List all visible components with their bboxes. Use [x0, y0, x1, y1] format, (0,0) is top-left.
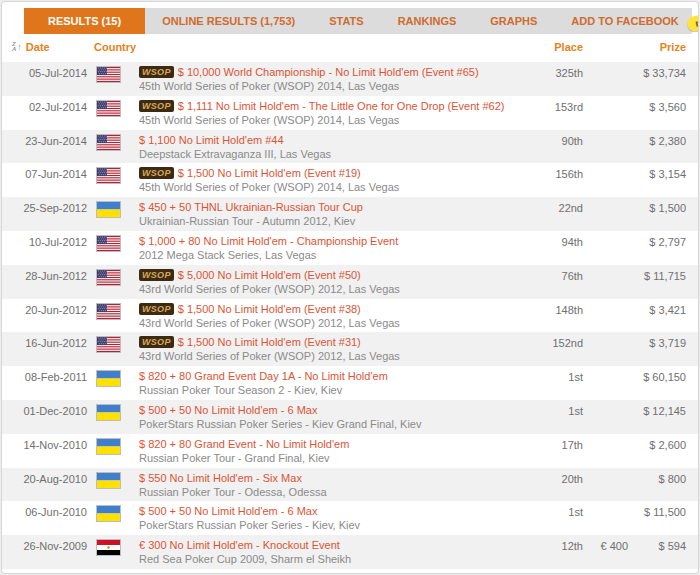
- event-title-line: $ 500 + 50 No Limit Hold'em - 6 Max: [139, 505, 528, 518]
- result-local-prize: [583, 400, 628, 434]
- result-date: 06-Jun-2010: [2, 501, 87, 535]
- result-local-prize: € 400: [583, 535, 628, 569]
- result-row[interactable]: 26-Nov-2009€ 300 No Limit Hold'em - Knoc…: [2, 535, 698, 569]
- result-row[interactable]: 23-Jun-2014$ 1,100 No Limit Hold'em #44D…: [2, 130, 698, 164]
- tab-graphs[interactable]: GRAPHS: [473, 8, 554, 34]
- event-title-link[interactable]: $ 1,500 No Limit Hold'em (Event #38): [178, 303, 361, 315]
- result-local-prize: [583, 231, 628, 265]
- event-title-link[interactable]: $ 450 + 50 THNL Ukrainian-Russian Tour C…: [139, 201, 363, 213]
- tab-online-results-1-753[interactable]: ONLINE RESULTS (1,753): [145, 8, 312, 34]
- ukraine-flag-icon: [96, 505, 121, 522]
- result-local-prize: [583, 434, 628, 468]
- event-title-line: $ 1,100 No Limit Hold'em #44: [139, 134, 528, 147]
- result-row[interactable]: 20-Jun-2012WSOP$ 1,500 No Limit Hold'em …: [2, 299, 698, 333]
- event-title-link[interactable]: $ 10,000 World Championship - No Limit H…: [178, 66, 479, 78]
- result-prize: $ 3,560: [628, 96, 686, 130]
- result-prize: $ 11,715: [628, 265, 686, 299]
- event-title-link[interactable]: € 300 No Limit Hold'em - Knockout Event: [139, 539, 340, 551]
- tab-label: RESULTS (15): [48, 15, 121, 27]
- event-cell: $ 820 + 80 Grand Event Day 1A - No Limit…: [139, 366, 528, 400]
- event-cell: WSOP$ 1,500 No Limit Hold'em (Event #38)…: [139, 299, 528, 333]
- results-page: RESULTS (15)ONLINE RESULTS (1,753)STATSR…: [1, 1, 699, 574]
- result-row[interactable]: 14-Nov-2010$ 820 + 80 Grand Event - No L…: [2, 434, 698, 468]
- event-series-location: Deepstack Extravaganza III, Las Vegas: [139, 148, 528, 161]
- tab-label: STATS: [329, 15, 363, 27]
- result-row[interactable]: 02-Jul-2014WSOP$ 1,111 No Limit Hold'em …: [2, 96, 698, 130]
- result-row[interactable]: 05-Jul-2014WSOP$ 10,000 World Championsh…: [2, 62, 698, 96]
- event-title-link[interactable]: $ 1,500 No Limit Hold'em (Event #31): [178, 336, 361, 348]
- result-row[interactable]: 25-Sep-2012$ 450 + 50 THNL Ukrainian-Rus…: [2, 197, 698, 231]
- result-place: 17th: [528, 434, 583, 468]
- result-prize: $ 594: [628, 535, 686, 569]
- event-cell: $ 820 + 80 Grand Event - No Limit Hold'e…: [139, 434, 528, 468]
- tab-stats[interactable]: STATS: [312, 8, 380, 34]
- result-prize: $ 1,500: [628, 197, 686, 231]
- result-row[interactable]: 10-Jul-2012$ 1,000 + 80 No Limit Hold'em…: [2, 231, 698, 265]
- result-row[interactable]: 01-Dec-2010$ 500 + 50 No Limit Hold'em -…: [2, 400, 698, 434]
- column-header-date[interactable]: Date: [26, 41, 50, 53]
- result-local-prize: [583, 332, 628, 366]
- event-title-link[interactable]: $ 500 + 50 No Limit Hold'em - 6 Max: [139, 505, 318, 517]
- result-row[interactable]: 28-Jun-2012WSOP$ 5,000 No Limit Hold'em …: [2, 265, 698, 299]
- country-cell: [87, 299, 139, 333]
- result-local-prize: [583, 62, 628, 96]
- ukraine-flag-icon: [96, 438, 121, 455]
- event-cell: $ 1,000 + 80 No Limit Hold'em - Champion…: [139, 231, 528, 265]
- country-cell: [87, 366, 139, 400]
- result-place: 1st: [528, 366, 583, 400]
- result-row[interactable]: 08-Feb-2011$ 820 + 80 Grand Event Day 1A…: [2, 366, 698, 400]
- new-badge: new: [686, 10, 699, 32]
- event-title-link[interactable]: $ 820 + 80 Grand Event Day 1A - No Limit…: [139, 370, 388, 382]
- result-place: 20th: [528, 468, 583, 502]
- result-date: 02-Jul-2014: [2, 96, 87, 130]
- result-row[interactable]: 20-Aug-2010$ 550 No Limit Hold'em - Six …: [2, 468, 698, 502]
- result-date: 28-Jun-2012: [2, 265, 87, 299]
- result-row[interactable]: 16-Jun-2012WSOP$ 1,500 No Limit Hold'em …: [2, 332, 698, 366]
- event-title-link[interactable]: $ 1,500 No Limit Hold'em (Event #19): [178, 167, 361, 179]
- result-place: 152nd: [528, 332, 583, 366]
- event-title-link[interactable]: $ 5,000 No Limit Hold'em (Event #50): [178, 269, 361, 281]
- event-title-link[interactable]: $ 1,111 No Limit Hold'em - The Little On…: [178, 100, 505, 112]
- event-title-link[interactable]: $ 1,000 + 80 No Limit Hold'em - Champion…: [139, 235, 398, 247]
- event-title-link[interactable]: $ 1,100 No Limit Hold'em #44: [139, 134, 284, 146]
- result-row[interactable]: 07-Jun-2014WSOP$ 1,500 No Limit Hold'em …: [2, 163, 698, 197]
- sort-arrow: ↑: [17, 43, 22, 52]
- event-cell: WSOP$ 1,500 No Limit Hold'em (Event #19)…: [139, 163, 528, 197]
- result-date: 01-Dec-2010: [2, 400, 87, 434]
- result-prize: $ 3,154: [628, 163, 686, 197]
- usa-flag-icon: [96, 336, 121, 353]
- event-cell: € 300 No Limit Hold'em - Knockout EventR…: [139, 535, 528, 569]
- wsop-badge: WSOP: [139, 167, 174, 179]
- usa-flag-icon: [96, 303, 121, 320]
- sort-descending-icon[interactable]: Z A ↑: [12, 42, 22, 52]
- event-title-line: WSOP$ 1,500 No Limit Hold'em (Event #38): [139, 303, 528, 316]
- event-cell: $ 1,100 No Limit Hold'em #44Deepstack Ex…: [139, 130, 528, 164]
- country-cell: [87, 400, 139, 434]
- country-cell: [87, 535, 139, 569]
- result-local-prize: [583, 366, 628, 400]
- event-title-line: $ 450 + 50 THNL Ukrainian-Russian Tour C…: [139, 201, 528, 214]
- result-prize: $ 2,600: [628, 434, 686, 468]
- tab-results-15[interactable]: RESULTS (15): [24, 8, 145, 34]
- event-title-line: $ 500 + 50 No Limit Hold'em - 6 Max: [139, 404, 528, 417]
- result-place: 94th: [528, 231, 583, 265]
- usa-flag-icon: [96, 134, 121, 151]
- event-series-location: 43rd World Series of Poker (WSOP) 2012, …: [139, 350, 528, 363]
- event-title-line: WSOP$ 10,000 World Championship - No Lim…: [139, 66, 528, 79]
- event-series-location: Red Sea Poker Cup 2009, Sharm el Sheikh: [139, 553, 528, 566]
- event-cell: $ 500 + 50 No Limit Hold'em - 6 MaxPoker…: [139, 501, 528, 535]
- event-series-location: 2012 Mega Stack Series, Las Vegas: [139, 249, 528, 262]
- wsop-badge: WSOP: [139, 303, 174, 315]
- result-local-prize: [583, 299, 628, 333]
- event-series-location: 45th World Series of Poker (WSOP) 2014, …: [139, 181, 528, 194]
- tab-rankings[interactable]: RANKINGS: [381, 8, 474, 34]
- event-title-link[interactable]: $ 820 + 80 Grand Event - No Limit Hold'e…: [139, 438, 349, 450]
- result-local-prize: [583, 96, 628, 130]
- event-title-line: WSOP$ 1,500 No Limit Hold'em (Event #31): [139, 336, 528, 349]
- event-title-link[interactable]: $ 550 No Limit Hold'em - Six Max: [139, 472, 302, 484]
- tab-add-to-facebook[interactable]: ADD TO FACEBOOKnew: [554, 8, 699, 34]
- result-row[interactable]: 06-Jun-2010$ 500 + 50 No Limit Hold'em -…: [2, 501, 698, 535]
- result-prize: $ 3,719: [628, 332, 686, 366]
- event-series-location: Ukrainian-Russian Tour - Autumn 2012, Ki…: [139, 215, 528, 228]
- event-title-link[interactable]: $ 500 + 50 No Limit Hold'em - 6 Max: [139, 404, 318, 416]
